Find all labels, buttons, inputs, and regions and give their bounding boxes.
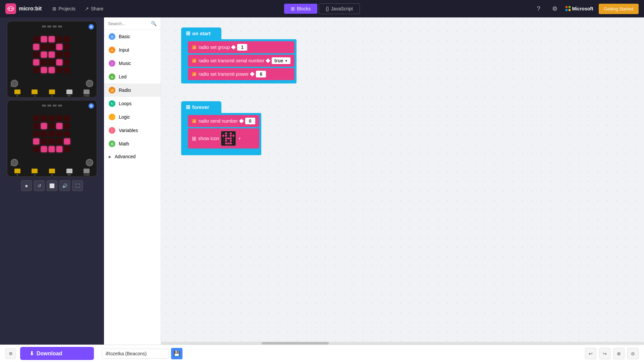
sound-button[interactable]: 🔊 <box>59 180 70 191</box>
radio-set-group-text: radio set group <box>199 45 230 50</box>
serial-dropdown[interactable]: true ▼ <box>272 57 290 64</box>
led-2-1 <box>41 131 47 137</box>
projects-nav-item[interactable]: ⊞ Projects <box>48 4 79 13</box>
device-top-bar <box>7 24 97 29</box>
notch-diamond-1 <box>231 45 236 50</box>
blocks-mode-button[interactable]: ⊞ Blocks <box>284 4 317 14</box>
icon-led-1-2 <box>227 135 229 137</box>
send-value-input[interactable]: 0 <box>245 118 255 124</box>
led-4-4 <box>64 146 70 152</box>
icon-led-4-2 <box>227 142 229 144</box>
save-icon: 💾 <box>173 350 180 357</box>
expand-panel-button[interactable]: ⊞ <box>5 348 16 359</box>
icon-preview[interactable] <box>221 131 236 146</box>
sidebar-item-advanced[interactable]: ▶ Advanced <box>104 150 161 163</box>
sidebar-item-logic[interactable]: ⋯ Logic <box>104 110 161 124</box>
svg-rect-3 <box>42 25 46 27</box>
radio-set-power-block[interactable]: 📶 radio set transmit power 6 <box>188 68 294 80</box>
led-2-2 <box>49 52 55 58</box>
on-start-body: 📶 radio set group 1 📶 radio set transmit… <box>181 39 297 83</box>
led-0-3 <box>56 36 62 42</box>
device-badge-2: B <box>89 103 94 109</box>
serial-value: true <box>274 58 283 63</box>
radio-send-number-block[interactable]: 📶 radio send number 0 <box>188 115 259 127</box>
scrollbar-thumb[interactable] <box>262 342 329 345</box>
mode-switcher: ⊞ Blocks {} JavaScript <box>284 3 360 14</box>
project-name-input[interactable] <box>102 349 169 359</box>
button-b-2[interactable] <box>86 159 93 166</box>
led-3-4 <box>64 59 70 65</box>
share-icon: ↗ <box>85 6 89 11</box>
undo-button[interactable]: ↩ <box>585 348 596 359</box>
zoom-in-button[interactable]: ⊕ <box>613 348 625 359</box>
show-icon-block[interactable]: ⊞ show icon ▼ <box>188 128 259 148</box>
icon-led-0-0 <box>222 132 224 134</box>
stop-button[interactable]: ■ <box>21 180 32 191</box>
sidebar-item-input[interactable]: ● Input <box>104 43 161 57</box>
led-1-1 <box>41 44 47 50</box>
sidebar-item-variables[interactable]: = Variables <box>104 124 161 137</box>
variables-icon: = <box>109 127 115 134</box>
settings-button[interactable]: ⚙ <box>549 3 560 14</box>
device-buttons-2 <box>7 159 97 166</box>
sidebar-item-music[interactable]: ♪ Music <box>104 57 161 70</box>
led-3-4 <box>64 138 70 144</box>
led-4-3 <box>56 146 62 152</box>
led-3-1 <box>41 59 47 65</box>
sidebar-item-loops[interactable]: ↻ Loops <box>104 97 161 110</box>
expand-button[interactable]: ⛶ <box>72 180 83 191</box>
share-nav-item[interactable]: ↗ Share <box>81 4 107 13</box>
sidebar-item-basic[interactable]: ⊞ Basic <box>104 30 161 43</box>
pin-row-1: 0 1 2 3V GND <box>7 89 97 97</box>
icon-led-0-2 <box>227 132 229 134</box>
blocks-canvas[interactable]: ⊞ on start 📶 radio set group 1 📶 radio s… <box>161 17 644 345</box>
led-matrix-2 <box>32 114 72 154</box>
sidebar-item-math[interactable]: ⊞ Math <box>104 137 161 150</box>
button-b-1[interactable] <box>86 80 93 87</box>
sidebar-item-led[interactable]: ● Led <box>104 70 161 83</box>
javascript-mode-button[interactable]: {} JavaScript <box>319 3 360 14</box>
zoom-out-button[interactable]: ⊖ <box>627 348 639 359</box>
getting-started-button[interactable]: Getting Started <box>599 4 639 14</box>
on-start-block[interactable]: ⊞ on start 📶 radio set group 1 📶 radio s… <box>181 27 297 83</box>
corner-label-a-1: A <box>10 84 12 88</box>
icon-led-0-3 <box>230 132 232 134</box>
led-1-1 <box>41 123 47 129</box>
led-0-3 <box>56 115 62 121</box>
gear-icon: ⚙ <box>552 5 557 12</box>
led-3-1 <box>41 138 47 144</box>
radio-set-serial-block[interactable]: 📶 radio set transmit serial number true … <box>188 55 294 67</box>
canvas-scrollbar[interactable] <box>161 342 644 345</box>
download-button[interactable]: ⬇ Download <box>20 347 94 360</box>
led-1-3 <box>56 44 62 50</box>
device-top-bar-2 <box>7 103 97 108</box>
forever-block[interactable]: ⊞ forever 📶 radio send number 0 ⊞ show i… <box>181 101 261 155</box>
radio-set-group-block[interactable]: 📶 radio set group 1 <box>188 41 294 53</box>
device-badge-1: B <box>89 24 94 29</box>
power-value-input[interactable]: 6 <box>256 71 266 77</box>
redo-button[interactable]: ↪ <box>599 348 610 359</box>
logic-icon: ⋯ <box>109 114 115 120</box>
javascript-mode-label: JavaScript <box>331 6 353 11</box>
group-value-input[interactable]: 1 <box>237 44 247 51</box>
led-2-3 <box>56 131 62 137</box>
fullscreen-button[interactable]: ⬜ <box>47 180 57 191</box>
question-icon: ? <box>537 5 540 12</box>
bottom-bar: ⊞ ⬇ Download 💾 ↩ ↪ ⊕ ⊖ <box>0 345 644 362</box>
led-2-0 <box>33 52 39 58</box>
led-3-2 <box>49 59 55 65</box>
restart-button[interactable]: ↺ <box>34 180 45 191</box>
blocks-mode-label: Blocks <box>297 6 311 11</box>
input-icon: ● <box>109 47 115 53</box>
icon-led-4-4 <box>232 142 234 144</box>
help-button[interactable]: ? <box>533 3 544 14</box>
svg-rect-5 <box>53 25 57 27</box>
svg-rect-4 <box>47 25 51 27</box>
save-project-button[interactable]: 💾 <box>171 348 182 359</box>
led-1-4 <box>64 44 70 50</box>
on-start-label: on start <box>192 31 211 36</box>
led-4-1 <box>41 146 47 152</box>
icon-dropdown-arrow[interactable]: ▼ <box>238 137 241 140</box>
search-input[interactable] <box>108 21 149 26</box>
sidebar-item-radio[interactable]: 📶 Radio <box>104 83 161 97</box>
